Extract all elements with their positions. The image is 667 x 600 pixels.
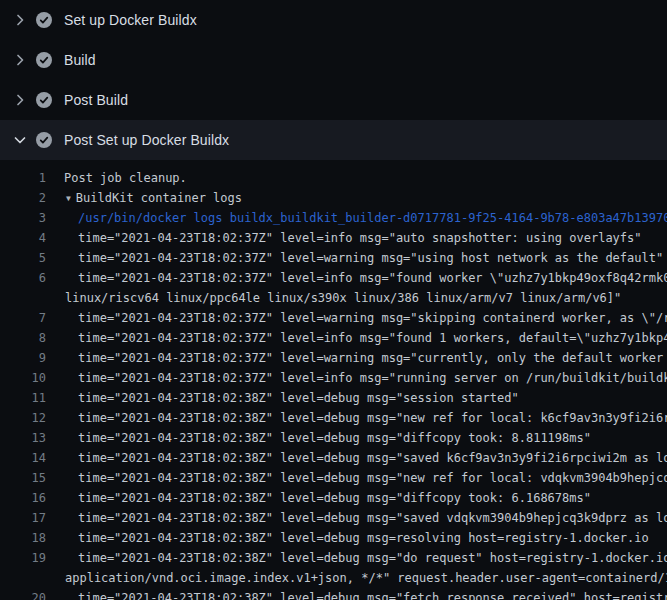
log-line: 9 time="2021-04-23T18:02:37Z" level=warn…: [0, 348, 667, 368]
log-line: 12 time="2021-04-23T18:02:38Z" level=deb…: [0, 408, 667, 428]
log-output: 1 Post job cleanup. 2 ▼BuildKit containe…: [0, 160, 667, 600]
log-text: time="2021-04-23T18:02:38Z" level=debug …: [78, 508, 667, 528]
line-number: [0, 568, 46, 588]
log-text: time="2021-04-23T18:02:38Z" level=debug …: [78, 488, 591, 508]
line-number[interactable]: 6: [0, 268, 46, 288]
line-number[interactable]: 3: [0, 208, 46, 228]
log-text: time="2021-04-23T18:02:38Z" level=debug …: [78, 528, 649, 548]
log-line: 19 time="2021-04-23T18:02:38Z" level=deb…: [0, 548, 667, 568]
step-label: Build: [64, 52, 96, 68]
log-text: time="2021-04-23T18:02:38Z" level=debug …: [78, 428, 591, 448]
line-number[interactable]: 14: [0, 448, 46, 468]
command-text: /usr/bin/docker logs buildx_buildkit_bui…: [78, 208, 667, 228]
chevron-right-icon: [12, 12, 28, 28]
line-number[interactable]: 11: [0, 388, 46, 408]
line-number[interactable]: 12: [0, 408, 46, 428]
log-text: time="2021-04-23T18:02:37Z" level=info m…: [78, 328, 667, 348]
line-number[interactable]: 2: [0, 188, 46, 208]
log-text: time="2021-04-23T18:02:37Z" level=info m…: [78, 268, 667, 288]
steps-list: Set up Docker Buildx Build Post Build: [0, 0, 667, 160]
line-number[interactable]: 9: [0, 348, 46, 368]
chevron-down-icon: [12, 132, 28, 148]
check-circle-icon: [36, 92, 52, 108]
line-number[interactable]: 4: [0, 228, 46, 248]
log-text: time="2021-04-23T18:02:37Z" level=warnin…: [78, 348, 667, 368]
log-text: linux/riscv64 linux/ppc64le linux/s390x …: [65, 288, 621, 308]
check-circle-icon: [36, 132, 52, 148]
line-number: [0, 288, 46, 308]
log-text: time="2021-04-23T18:02:37Z" level=warnin…: [78, 308, 667, 328]
log-text: Post job cleanup.: [64, 168, 187, 188]
collapse-triangle-icon: ▼: [66, 189, 71, 208]
step-label: Set up Docker Buildx: [64, 12, 197, 28]
step-row-build[interactable]: Build: [0, 40, 667, 80]
log-text: time="2021-04-23T18:02:38Z" level=debug …: [78, 388, 519, 408]
log-line: 18 time="2021-04-23T18:02:38Z" level=deb…: [0, 528, 667, 548]
log-text: time="2021-04-23T18:02:38Z" level=debug …: [78, 588, 667, 600]
log-line: 17 time="2021-04-23T18:02:38Z" level=deb…: [0, 508, 667, 528]
line-number[interactable]: 19: [0, 548, 46, 568]
log-text: time="2021-04-23T18:02:38Z" level=debug …: [78, 448, 667, 468]
log-line: 4 time="2021-04-23T18:02:37Z" level=info…: [0, 228, 667, 248]
log-line: 6 time="2021-04-23T18:02:37Z" level=info…: [0, 268, 667, 288]
step-row-post-build[interactable]: Post Build: [0, 80, 667, 120]
log-text: time="2021-04-23T18:02:37Z" level=info m…: [78, 368, 667, 388]
line-number[interactable]: 10: [0, 368, 46, 388]
log-line: 10 time="2021-04-23T18:02:37Z" level=inf…: [0, 368, 667, 388]
actions-log-viewer: Set up Docker Buildx Build Post Build: [0, 0, 667, 600]
log-text: time="2021-04-23T18:02:38Z" level=debug …: [78, 408, 667, 428]
log-line: 8 time="2021-04-23T18:02:37Z" level=info…: [0, 328, 667, 348]
log-text: application/vnd.oci.image.index.v1+json,…: [65, 568, 667, 588]
line-number[interactable]: 18: [0, 528, 46, 548]
step-label: Post Build: [64, 92, 128, 108]
log-line: 7 time="2021-04-23T18:02:37Z" level=warn…: [0, 308, 667, 328]
line-number[interactable]: 7: [0, 308, 46, 328]
chevron-right-icon: [12, 92, 28, 108]
log-line-wrap: linux/riscv64 linux/ppc64le linux/s390x …: [0, 288, 667, 308]
log-line: 16 time="2021-04-23T18:02:38Z" level=deb…: [0, 488, 667, 508]
step-row-set-up-docker-buildx[interactable]: Set up Docker Buildx: [0, 0, 667, 40]
log-text: time="2021-04-23T18:02:38Z" level=debug …: [78, 468, 667, 488]
log-text: BuildKit container logs: [76, 191, 242, 205]
log-line: 14 time="2021-04-23T18:02:38Z" level=deb…: [0, 448, 667, 468]
step-row-post-set-up-docker-buildx[interactable]: Post Set up Docker Buildx: [0, 120, 667, 160]
line-number[interactable]: 17: [0, 508, 46, 528]
line-number[interactable]: 1: [0, 168, 46, 188]
log-line-wrap: application/vnd.oci.image.index.v1+json,…: [0, 568, 667, 588]
log-line-command: 3 /usr/bin/docker logs buildx_buildkit_b…: [0, 208, 667, 228]
log-line: 1 Post job cleanup.: [0, 168, 667, 188]
log-text: time="2021-04-23T18:02:38Z" level=debug …: [78, 548, 667, 568]
log-line: 20 time="2021-04-23T18:02:38Z" level=deb…: [0, 588, 667, 600]
log-line: 11 time="2021-04-23T18:02:38Z" level=deb…: [0, 388, 667, 408]
chevron-right-icon: [12, 52, 28, 68]
log-text: time="2021-04-23T18:02:37Z" level=warnin…: [78, 248, 663, 268]
log-line: 13 time="2021-04-23T18:02:38Z" level=deb…: [0, 428, 667, 448]
line-number[interactable]: 16: [0, 488, 46, 508]
log-line: 5 time="2021-04-23T18:02:37Z" level=warn…: [0, 248, 667, 268]
line-number[interactable]: 5: [0, 248, 46, 268]
line-number[interactable]: 15: [0, 468, 46, 488]
log-group-header[interactable]: 2 ▼BuildKit container logs: [0, 188, 667, 208]
line-number[interactable]: 13: [0, 428, 46, 448]
line-number[interactable]: 20: [0, 588, 46, 600]
step-label: Post Set up Docker Buildx: [64, 132, 229, 148]
log-line: 15 time="2021-04-23T18:02:38Z" level=deb…: [0, 468, 667, 488]
line-number[interactable]: 8: [0, 328, 46, 348]
check-circle-icon: [36, 52, 52, 68]
log-text: time="2021-04-23T18:02:37Z" level=info m…: [78, 228, 642, 248]
log-group-label[interactable]: ▼BuildKit container logs: [66, 188, 242, 208]
check-circle-icon: [36, 12, 52, 28]
